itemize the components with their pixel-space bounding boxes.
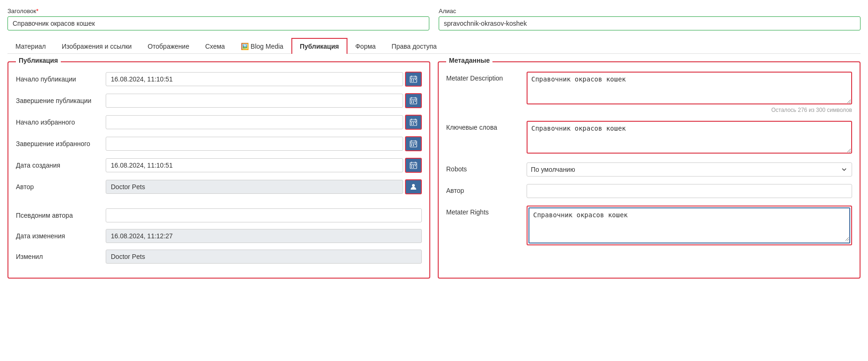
calendar-icon-start-fav	[410, 118, 417, 126]
svg-rect-26	[413, 124, 414, 125]
publication-panel-body: Начало публикации	[8, 62, 429, 208]
input-start-pub[interactable]	[106, 72, 403, 86]
svg-rect-25	[411, 124, 412, 125]
meta-label-robots: Robots	[446, 162, 521, 173]
form-row-modified-by: Изменил	[16, 250, 422, 264]
label-start-fav: Начало избранного	[16, 118, 100, 126]
control-created	[106, 158, 422, 173]
title-field: Заголовок*	[7, 7, 429, 30]
form-row-start-pub: Начало публикации	[16, 72, 422, 87]
calendar-btn-end-fav[interactable]	[405, 136, 422, 151]
calendar-btn-created[interactable]	[405, 158, 422, 173]
meta-textarea-description[interactable]: Справочник окрасов кошек	[527, 72, 852, 104]
tab-schema[interactable]: Схема	[197, 38, 233, 54]
calendar-btn-start-fav[interactable]	[405, 115, 422, 130]
svg-rect-23	[413, 122, 414, 123]
tab-display[interactable]: Отображение	[140, 38, 197, 54]
main-content: Публикация Начало публикации	[7, 61, 861, 279]
meta-row-author: Автор	[446, 184, 852, 198]
svg-rect-15	[415, 101, 416, 102]
form-row-start-fav: Начало избранного	[16, 115, 422, 130]
meta-label-keywords: Ключевые слова	[446, 121, 521, 131]
rights-border-wrapper: Справочник окрасов кошек	[527, 206, 852, 245]
meta-row-rights: Metater Rights Справочник окрасов кошек	[446, 206, 852, 245]
meta-input-author[interactable]	[527, 184, 852, 198]
svg-rect-7	[411, 81, 412, 81]
label-author: Автор	[16, 183, 100, 191]
svg-rect-8	[413, 81, 414, 81]
blog-media-icon: 🖼️	[241, 43, 249, 50]
metadata-legend: Метаданные	[446, 57, 492, 64]
form-row-end-fav: Завершение избранного	[16, 136, 422, 151]
publication-panel: Публикация Начало публикации	[7, 61, 430, 279]
input-created[interactable]	[106, 158, 403, 172]
input-end-pub[interactable]	[106, 94, 403, 108]
control-end-pub	[106, 93, 422, 108]
svg-point-45	[412, 184, 415, 187]
svg-rect-43	[411, 167, 412, 168]
input-end-fav[interactable]	[106, 137, 403, 151]
meta-control-rights: Справочник окрасов кошек	[527, 206, 852, 245]
input-pseudonym[interactable]	[106, 208, 422, 222]
meta-select-robots[interactable]: По умолчанию	[527, 162, 852, 177]
person-btn-author[interactable]	[405, 179, 422, 194]
label-created: Дата создания	[16, 162, 100, 169]
title-input[interactable]	[7, 16, 429, 30]
title-label: Заголовок*	[7, 7, 429, 15]
svg-rect-4	[411, 79, 412, 80]
svg-rect-41	[413, 165, 414, 166]
svg-rect-13	[411, 101, 412, 102]
tab-form[interactable]: Форма	[347, 38, 384, 54]
calendar-btn-end-pub[interactable]	[405, 93, 422, 108]
below-pub-fields: Псевдоним автора Дата изменения Изменил	[8, 208, 429, 278]
char-count-description: Осталось 276 из 300 символов	[527, 107, 852, 113]
alias-label: Алиас	[439, 7, 861, 15]
calendar-icon-start-pub	[410, 75, 417, 83]
control-end-fav	[106, 136, 422, 151]
rights-inner-wrapper: Справочник окрасов кошек	[528, 207, 850, 243]
meta-textarea-keywords[interactable]: Справочник окрасов кошек	[527, 121, 852, 154]
calendar-icon-end-fav	[410, 140, 417, 147]
meta-textarea-rights[interactable]: Справочник окрасов кошек	[529, 208, 849, 241]
tab-publication[interactable]: Публикация	[291, 38, 347, 54]
tab-images[interactable]: Изображения и ссылки	[54, 38, 140, 54]
tab-material[interactable]: Материал	[7, 38, 54, 54]
meta-row-robots: Robots По умолчанию	[446, 162, 852, 177]
svg-rect-22	[411, 122, 412, 123]
label-modified-by: Изменил	[16, 253, 100, 260]
control-pseudonym	[106, 208, 422, 222]
svg-rect-31	[411, 144, 412, 145]
calendar-btn-start-pub[interactable]	[405, 72, 422, 87]
input-modified-date[interactable]	[106, 229, 422, 243]
svg-rect-6	[415, 79, 416, 80]
metadata-panel: Метаданные Metater Description Справочни…	[438, 61, 861, 279]
form-row-created: Дата создания	[16, 158, 422, 173]
alias-field: Алиас	[439, 7, 861, 30]
svg-rect-16	[411, 102, 412, 103]
meta-control-robots: По умолчанию	[527, 162, 852, 177]
input-start-fav[interactable]	[106, 115, 403, 129]
meta-label-description: Metater Description	[446, 72, 521, 82]
control-author	[106, 179, 422, 194]
tab-blog-media[interactable]: 🖼️Blog Media	[233, 38, 291, 54]
label-end-pub: Завершение публикации	[16, 97, 100, 104]
svg-rect-24	[415, 122, 416, 123]
metadata-panel-body: Metater Description Справочник окрасов к…	[439, 62, 860, 260]
label-modified-date: Дата изменения	[16, 232, 100, 240]
control-start-pub	[106, 72, 422, 87]
label-start-pub: Начало публикации	[16, 75, 100, 83]
publication-legend: Публикация	[16, 57, 61, 64]
alias-input[interactable]	[439, 16, 861, 30]
tabs-row: Материал Изображения и ссылки Отображени…	[7, 38, 861, 54]
svg-rect-34	[411, 145, 412, 146]
label-end-fav: Завершение избранного	[16, 140, 100, 147]
meta-row-keywords: Ключевые слова Справочник окрасов кошек	[446, 121, 852, 155]
header-row: Заголовок* Алиас	[7, 7, 861, 30]
meta-control-description: Справочник окрасов кошек Осталось 276 из…	[527, 72, 852, 113]
svg-rect-14	[413, 101, 414, 102]
control-start-fav	[106, 115, 422, 130]
input-author[interactable]	[106, 180, 403, 194]
input-modified-by[interactable]	[106, 250, 422, 264]
control-modified-date	[106, 229, 422, 243]
tab-access[interactable]: Права доступа	[383, 38, 444, 54]
